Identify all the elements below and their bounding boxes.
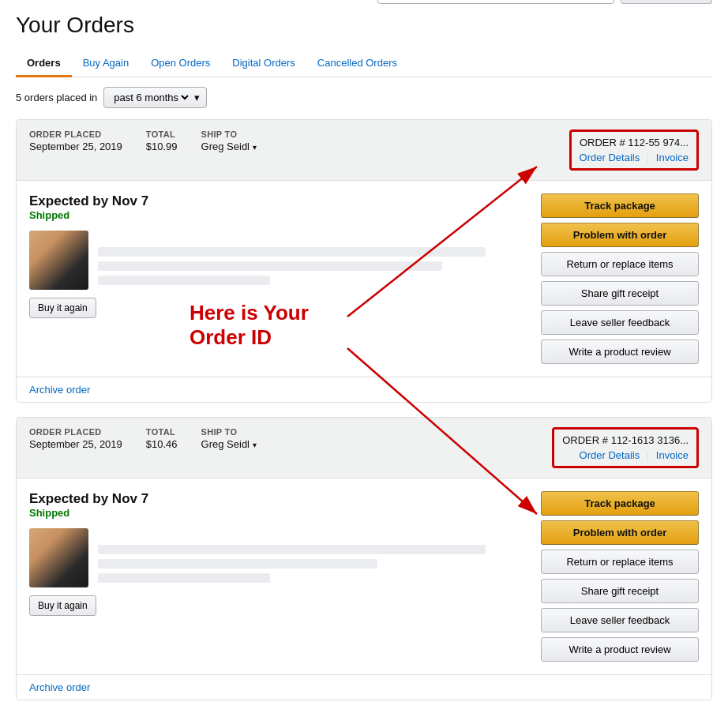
product-bar-1a <box>98 247 486 257</box>
order-number-display-2: ORDER # 112-1613 3136... <box>562 434 689 446</box>
shipto-dropdown-icon-2[interactable]: ▾ <box>253 441 257 449</box>
return-replace-button-1[interactable]: Return or replace items <box>541 252 699 276</box>
tab-open-orders[interactable]: Open Orders <box>140 51 221 77</box>
order-card-1: ORDER PLACED September 25, 2019 TOTAL $1… <box>16 119 712 403</box>
shipped-label-1: Shipped <box>29 209 528 221</box>
order-number-section-1: ORDER # 112-55 974... Order Details | In… <box>569 129 699 171</box>
order-left-2: Expected by Nov 7 Shipped Buy it again <box>29 491 528 662</box>
order-body-1: Expected by Nov 7 Shipped Buy it again <box>17 181 711 377</box>
tab-cancelled-orders[interactable]: Cancelled Orders <box>306 51 408 77</box>
buy-again-button-2[interactable]: Buy it again <box>29 595 96 616</box>
delivery-status-2: Expected by Nov 7 Shipped <box>29 491 528 519</box>
tab-orders[interactable]: Orders <box>16 51 72 77</box>
order-shipto-label-2: SHIP TO <box>201 427 257 437</box>
order-details-link-1[interactable]: Order Details <box>580 152 640 163</box>
tab-digital-orders[interactable]: Digital Orders <box>221 51 306 77</box>
product-bar-1c <box>98 276 270 285</box>
order-placed-section-2: ORDER PLACED September 25, 2019 <box>29 427 122 450</box>
tab-buy-again[interactable]: Buy Again <box>72 51 141 77</box>
seller-feedback-button-1[interactable]: Leave seller feedback <box>541 310 699 335</box>
order-shipto-name-2: Greg Seidl ▾ <box>201 438 257 450</box>
orders-container: Here is Your Order ID ORDER PLACED Septe… <box>16 119 712 700</box>
tabs-nav: Orders Buy Again Open Orders Digital Ord… <box>16 51 712 77</box>
product-bar-2c <box>98 573 270 583</box>
order-links-sep-2: | <box>647 449 649 461</box>
share-gift-button-2[interactable]: Share gift receipt <box>541 579 699 603</box>
order-footer-1: Archive order <box>17 377 711 402</box>
order-header-1: ORDER PLACED September 25, 2019 TOTAL $1… <box>17 120 711 181</box>
orders-summary: 5 orders placed in past 6 months past 3 … <box>16 87 712 108</box>
product-info-2 <box>98 545 528 587</box>
product-row-2 <box>29 528 528 587</box>
order-placed-date-1: September 25, 2019 <box>29 141 122 152</box>
shipped-label-2: Shipped <box>29 507 528 519</box>
order-total-value-1: $10.99 <box>146 141 178 152</box>
product-bar-1b <box>98 261 442 271</box>
product-bar-2a <box>98 545 486 554</box>
product-image-2 <box>29 528 88 587</box>
order-number-display-1: ORDER # 112-55 974... <box>580 137 689 148</box>
seller-feedback-button-2[interactable]: Leave seller feedback <box>541 608 699 632</box>
track-package-button-2[interactable]: Track package <box>541 491 699 516</box>
order-shipto-section-1: SHIP TO Greg Seidl ▾ <box>201 129 257 152</box>
archive-order-link-2[interactable]: Archive order <box>29 681 90 693</box>
search-orders-button[interactable]: Search Orders <box>621 0 712 4</box>
order-placed-date-2: September 25, 2019 <box>29 438 122 450</box>
product-bar-2b <box>98 559 377 569</box>
order-placed-label-2: ORDER PLACED <box>29 427 122 437</box>
order-total-label-2: TOTAL <box>146 427 178 437</box>
order-total-value-2: $10.46 <box>146 438 178 450</box>
problem-order-button-2[interactable]: Problem with order <box>541 520 699 545</box>
product-row-1 <box>29 231 528 290</box>
order-shipto-section-2: SHIP TO Greg Seidl ▾ <box>201 427 257 450</box>
product-image-1 <box>29 231 88 290</box>
order-shipto-name-1: Greg Seidl ▾ <box>201 141 257 152</box>
order-number-section-2: ORDER # 112-1613 3136... Order Details |… <box>552 427 699 468</box>
order-details-link-2[interactable]: Order Details <box>580 449 640 461</box>
dropdown-caret-icon: ▾ <box>194 92 200 103</box>
order-header-2: ORDER PLACED September 25, 2019 TOTAL $1… <box>17 418 711 478</box>
order-links-sep-1: | <box>647 152 649 163</box>
delivery-title-1: Expected by Nov 7 <box>29 193 528 209</box>
order-links-2: Order Details | Invoice <box>562 449 689 461</box>
time-filter-dropdown[interactable]: past 6 months past 3 months past year 20… <box>103 87 207 108</box>
page-title: Your Orders <box>16 13 134 38</box>
product-review-button-2[interactable]: Write a product review <box>541 637 699 662</box>
delivery-status-1: Expected by Nov 7 Shipped <box>29 193 528 221</box>
orders-count: 5 orders placed in <box>16 92 97 103</box>
order-total-section-1: TOTAL $10.99 <box>146 129 178 152</box>
shipto-dropdown-icon-1[interactable]: ▾ <box>253 143 257 152</box>
order-actions-1: Track package Problem with order Return … <box>541 193 699 364</box>
product-review-button-1[interactable]: Write a product review <box>541 340 699 364</box>
delivery-title-2: Expected by Nov 7 <box>29 491 528 507</box>
order-body-2: Expected by Nov 7 Shipped Buy it again <box>17 478 711 674</box>
order-shipto-label-1: SHIP TO <box>201 129 257 139</box>
product-info-1 <box>98 247 528 290</box>
order-actions-2: Track package Problem with order Return … <box>541 491 699 662</box>
order-footer-2: Archive order <box>17 674 711 700</box>
search-box[interactable] <box>377 0 614 4</box>
order-card-2: ORDER PLACED September 25, 2019 TOTAL $1… <box>16 417 712 700</box>
order-total-label-1: TOTAL <box>146 129 178 139</box>
archive-order-link-1[interactable]: Archive order <box>29 384 90 396</box>
order-placed-label-1: ORDER PLACED <box>29 129 122 139</box>
invoice-link-2[interactable]: Invoice <box>656 449 689 461</box>
header-search-area: Search Orders <box>377 0 712 4</box>
order-total-section-2: TOTAL $10.46 <box>146 427 178 450</box>
return-replace-button-2[interactable]: Return or replace items <box>541 550 699 574</box>
track-package-button-1[interactable]: Track package <box>541 193 699 218</box>
invoice-link-1[interactable]: Invoice <box>656 152 689 163</box>
problem-order-button-1[interactable]: Problem with order <box>541 223 699 247</box>
order-links-1: Order Details | Invoice <box>580 152 689 163</box>
time-filter-select[interactable]: past 6 months past 3 months past year 20… <box>111 91 191 104</box>
share-gift-button-1[interactable]: Share gift receipt <box>541 281 699 306</box>
order-placed-section-1: ORDER PLACED September 25, 2019 <box>29 129 122 152</box>
order-left-1: Expected by Nov 7 Shipped Buy it again <box>29 193 528 364</box>
buy-again-button-1[interactable]: Buy it again <box>29 298 96 318</box>
